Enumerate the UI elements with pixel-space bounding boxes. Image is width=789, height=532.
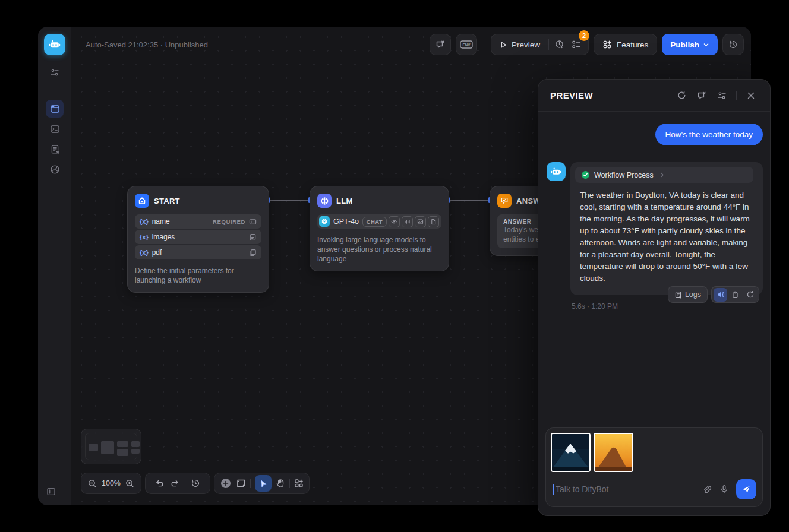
chat-input-card: Talk to DifyBot [545,428,763,507]
image-icon [415,216,426,227]
checklist-badge: 2 [579,30,589,41]
start-var-name: {x} name REQUIRED [135,214,261,229]
preview-panel: PREVIEW How's the weather today [538,79,771,516]
chat-x-icon [435,40,445,49]
success-check-icon [581,170,590,179]
undo-button[interactable] [155,479,165,488]
sidebar-item-monitoring[interactable] [46,160,64,178]
run-history-button[interactable] [551,36,568,53]
input-placeholder: Talk to DifyBot [556,484,608,494]
run-group: Preview 2 [491,34,589,55]
pointer-tool-button[interactable] [255,475,272,492]
divider [48,91,62,91]
document-icon [428,216,439,227]
preview-run-button[interactable]: Preview [495,40,546,49]
env-icon: ENV [460,40,473,49]
minimap[interactable] [81,429,141,464]
paragraph-icon [249,233,257,241]
zoom-level[interactable]: 100% [102,479,121,487]
openai-logo-icon [319,216,330,227]
speaker-button[interactable] [714,288,727,302]
model-selector[interactable]: GPT-4o CHAT [317,214,441,229]
home-icon [135,194,149,208]
close-preview-button[interactable] [743,87,759,104]
logs-icon [674,291,682,299]
bot-message-text: The weather in Boydton, VA today is clea… [580,189,753,284]
version-history-button[interactable] [722,34,744,55]
copy-button[interactable] [728,288,742,302]
preview-header: PREVIEW [538,80,770,112]
llm-icon [317,194,332,208]
play-icon [500,41,507,49]
vision-icon [389,216,400,227]
env-variables-button[interactable]: ENV [456,34,477,55]
restart-conversation-button[interactable] [673,87,690,104]
answer-icon [497,194,512,208]
short-text-icon [249,218,257,226]
node-title: LLM [336,197,353,205]
start-var-pdf: {x} pdf [135,245,261,259]
chat-input[interactable]: Talk to DifyBot [551,476,758,503]
attachment-mountain-night[interactable] [551,433,591,472]
add-note-button[interactable] [236,479,246,489]
chevron-right-icon [659,172,665,178]
regenerate-button[interactable] [743,288,757,302]
sidebar-item-logs[interactable] [46,140,64,158]
history-icon [728,40,738,49]
sidebar-item-api[interactable] [46,120,64,138]
divider [736,91,737,100]
bot-message-card: Workflow Process The weather in Boydton,… [570,162,763,295]
node-llm[interactable]: LLM GPT-4o CHAT [310,186,449,271]
audio-icon [402,216,413,227]
checklist-button[interactable]: 2 [568,36,585,53]
top-bar: Auto-Saved 21:02:35 · Unpublished ENV [71,27,751,62]
chevron-down-icon [703,42,709,48]
start-var-images: {x} images [135,230,261,244]
collapse-sidebar-button[interactable] [46,486,56,497]
redo-button[interactable] [170,479,179,488]
add-node-button[interactable] [220,477,232,489]
model-name: GPT-4o [333,217,359,226]
zoom-out-button[interactable] [88,479,97,488]
node-description: Invoking large language models to answer… [317,235,441,264]
app-settings-button[interactable] [46,64,64,81]
message-actions [711,286,759,303]
attach-file-button[interactable] [702,484,712,495]
annotation-button[interactable] [430,34,451,55]
annotation-icon[interactable] [693,87,710,104]
node-description: Define the initial parameters for launch… [135,266,261,285]
undo-redo-controls [145,473,210,494]
logs-button[interactable]: Logs [668,286,708,303]
svg-text:ENV: ENV [462,43,471,47]
node-title: START [154,197,180,205]
hand-tool-button[interactable] [276,479,285,488]
change-history-button[interactable] [191,479,200,488]
zoom-in-button[interactable] [125,479,134,488]
conversation-settings-button[interactable] [714,87,730,104]
attachment-mountain-sunset[interactable] [594,433,633,472]
preview-title: PREVIEW [550,90,593,100]
edge-llm-answer [449,200,490,201]
organize-blocks-button[interactable] [294,479,304,488]
chat-mode-badge: CHAT [362,217,387,227]
divider [484,39,484,50]
canvas-tools [214,473,310,494]
screen: Auto-Saved 21:02:35 · Unpublished ENV [0,0,789,532]
autosave-status: Auto-Saved 21:02:35 · Unpublished [86,40,208,49]
edge-start-llm [269,200,310,201]
chat-area: How's the weather today Workflow Process [538,112,770,422]
clock-play-icon [555,40,564,49]
app-avatar[interactable] [44,34,65,55]
bot-avatar [547,162,566,181]
publish-button[interactable]: Publish [662,34,718,55]
user-message: How's the weather today [655,124,763,145]
node-start[interactable]: START {x} name REQUIRED {x} images [127,186,269,293]
send-button[interactable] [736,479,756,499]
sidebar-item-orchestrate[interactable] [46,100,64,118]
workflow-process-toggle[interactable]: Workflow Process [575,167,753,183]
features-button[interactable]: Features [594,34,657,55]
text-caret [553,484,554,495]
features-icon [602,40,612,49]
microphone-button[interactable] [719,484,729,494]
file-icon [249,249,257,256]
